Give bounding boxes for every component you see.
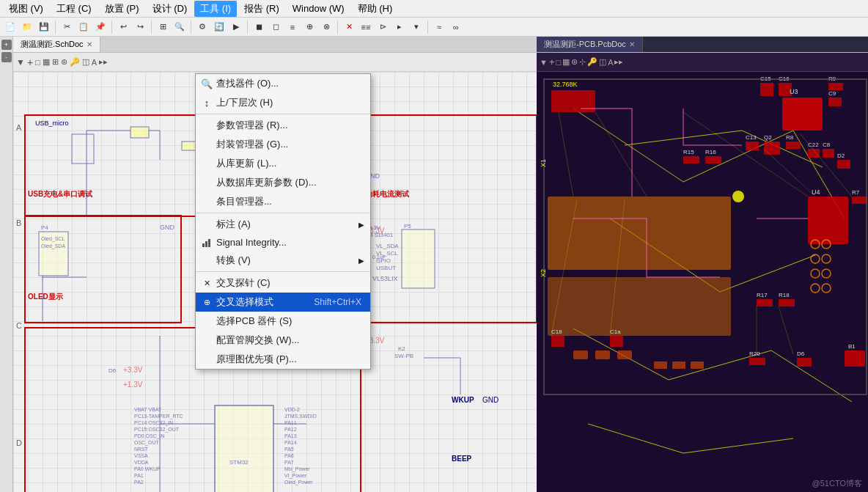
menu-item-project[interactable]: 工程 (C) <box>51 1 98 17</box>
schematic-container: 测温测距.SchDoc ✕ ▼ + □ ▦ ⊞ ⊛ 🔑 ◫ A ▸▸ A <box>13 37 537 492</box>
menu-configure-pins[interactable]: 配置管脚交换 (W)... <box>196 331 370 350</box>
tb-extra10[interactable]: ▾ <box>409 20 424 34</box>
tb-open[interactable]: 📁 <box>20 20 34 34</box>
menu-update-db[interactable]: 从数据库更新参数 (D)... <box>196 173 370 192</box>
pcb-drawing[interactable]: 32.768K C16 C15 U3 R9 <box>537 72 868 492</box>
tb-save[interactable]: 💾 <box>37 20 51 34</box>
tb-compile[interactable]: ⚙ <box>195 20 210 34</box>
menu-item-window[interactable]: Window (W) <box>287 1 350 15</box>
sch-text-btn[interactable]: A <box>92 58 97 67</box>
tb-undo[interactable]: ↩ <box>116 20 130 34</box>
menu-bar: 视图 (V) 工程 (C) 放置 (P) 设计 (D) 工具 (I) 报告 (R… <box>0 0 868 18</box>
pcb-filter-icon[interactable]: ▼ <box>540 58 548 67</box>
tb-release[interactable]: ▶ <box>229 20 243 34</box>
pcb-file-tabs: 测温测距-PCB.PcbDoc ✕ <box>537 37 868 53</box>
pcb-dim-btn[interactable]: ◫ <box>599 57 606 67</box>
menu-item-place[interactable]: 放置 (P) <box>99 1 145 17</box>
tb-extra8[interactable]: ⊳ <box>375 20 390 34</box>
tb-extra6[interactable]: ✕ <box>342 20 356 34</box>
menu-convert[interactable]: 转换 (V) <box>196 251 370 270</box>
sep1 <box>55 21 56 34</box>
pcb-key-btn[interactable]: 🔑 <box>587 57 597 67</box>
pcb-circuit-svg: 32.768K C16 C15 U3 R9 <box>537 72 868 492</box>
tb-extra2[interactable]: ◻ <box>268 20 283 34</box>
pcb-toolbar: ▼ + □ ▦ ⊛ ⊹ 🔑 ◫ A ▸▸ <box>537 53 868 72</box>
cross-select-label: 交叉选择模式 <box>216 295 273 309</box>
menu-item-tools[interactable]: 工具 (I) <box>194 1 237 17</box>
schematic-tab-close[interactable]: ✕ <box>87 40 92 48</box>
menu-package-manager[interactable]: 封装管理器 (G)... <box>196 135 370 154</box>
sch-key-btn[interactable]: 🔑 <box>70 57 80 67</box>
tb-redo[interactable]: ↪ <box>133 20 147 34</box>
tb-update[interactable]: 🔄 <box>212 20 227 34</box>
pcb-text-a-btn[interactable]: A <box>608 58 613 67</box>
pcb-zoom-btn2[interactable]: ▸▸ <box>614 57 623 67</box>
svg-rect-88 <box>828 83 843 90</box>
sch-zoom2-btn[interactable]: ▸▸ <box>99 57 108 67</box>
tb-extra4[interactable]: ⊕ <box>302 20 317 34</box>
menu-param-manager[interactable]: 参数管理器 (R)... <box>196 116 370 135</box>
menu-cross-probe[interactable]: ✕ 交叉探针 (C) <box>196 273 370 293</box>
sch-bar-btn[interactable]: ▦ <box>43 57 50 67</box>
tb-new[interactable]: 📄 <box>3 20 18 34</box>
svg-rect-120 <box>779 299 795 306</box>
pcb-tab[interactable]: 测温测距-PCB.PcbDoc ✕ <box>537 37 643 52</box>
menu-sch-prefs[interactable]: 原理图优先项 (P)... <box>196 350 370 369</box>
find-component-icon: 🔍 <box>200 77 213 90</box>
tb-paste[interactable]: 📌 <box>93 20 108 34</box>
tb-extra9[interactable]: ▸ <box>392 20 407 34</box>
tb-extra3[interactable]: ≡ <box>285 20 300 34</box>
sch-dim-btn[interactable]: ◫ <box>82 57 89 67</box>
sch-filter-icon[interactable]: ▼ <box>16 57 25 67</box>
sep-2 <box>196 213 370 213</box>
menu-up-down-layer[interactable]: ↕ 上/下层次 (H) <box>196 93 370 112</box>
pcb-tab-close[interactable]: ✕ <box>629 40 635 48</box>
svg-text:R7: R7 <box>852 189 860 196</box>
sch-add-btn[interactable]: + <box>27 56 33 68</box>
svg-rect-66 <box>208 239 210 247</box>
sep2 <box>111 21 112 34</box>
menu-cross-select[interactable]: ⊕ 交叉选择模式 Shift+Ctrl+X <box>196 293 370 312</box>
tb-cut[interactable]: ✂ <box>59 20 74 34</box>
pcb-add-btn[interactable]: + <box>549 56 555 67</box>
tb-extra11[interactable]: ≈ <box>432 20 446 34</box>
menu-annotate[interactable]: 标注 (A) <box>196 215 370 234</box>
pcb-rect-btn[interactable]: □ <box>556 58 561 67</box>
svg-rect-138 <box>595 350 610 359</box>
schematic-tab[interactable]: 测温测距.SchDoc ✕ <box>13 37 100 52</box>
sch-rect-btn[interactable]: □ <box>35 58 40 67</box>
pcb-tab-label: 测温测距-PCB.PcbDoc <box>544 39 626 50</box>
svg-text:B1: B1 <box>848 343 856 350</box>
svg-rect-140 <box>654 361 667 369</box>
svg-text:STM32: STM32 <box>229 459 249 466</box>
tb-extra7[interactable]: ≡≡ <box>358 20 373 34</box>
menu-item-design[interactable]: 设计 (D) <box>147 1 194 17</box>
menu-item-manager[interactable]: 条目管理器... <box>196 192 370 211</box>
menu-update-lib[interactable]: 从库更新 (L)... <box>196 154 370 173</box>
tb-extra5[interactable]: ⊗ <box>319 20 334 34</box>
convert-label: 转换 (V) <box>216 254 251 267</box>
select-pcb-label: 选择PCB 器件 (S) <box>216 315 292 328</box>
tb-zoom-fit[interactable]: ⊞ <box>155 20 170 34</box>
menu-find-component[interactable]: 🔍 查找器件 (O)... <box>196 74 370 93</box>
menu-item-help[interactable]: 帮助 (H) <box>352 1 399 17</box>
menu-item-view[interactable]: 视图 (V) <box>3 1 49 17</box>
update-lib-label: 从库更新 (L)... <box>216 157 276 170</box>
menu-item-reports[interactable]: 报告 (R) <box>238 1 285 17</box>
schematic-drawing[interactable]: A B C D USB充电&串口调试 OLED显示 低功耗电流测试 MCU WK… <box>13 72 537 492</box>
schematic-file-tabs: 测温测距.SchDoc ✕ <box>13 37 537 53</box>
tools-dropdown-menu: 🔍 查找器件 (O)... ↕ 上/下层次 (H) 参数管理器 (R)... 封… <box>195 73 371 370</box>
tb-extra1[interactable]: ◼ <box>251 20 266 34</box>
tb-extra12[interactable]: ∞ <box>449 20 463 34</box>
pcb-move-btn[interactable]: ⊛ <box>571 57 578 67</box>
sidebar-zoom-out[interactable]: - <box>1 52 12 62</box>
menu-select-pcb[interactable]: 选择PCB 器件 (S) <box>196 312 370 331</box>
menu-signal-integrity[interactable]: Signal Integrity... <box>196 234 370 251</box>
sch-move-btn[interactable]: ⊛ <box>61 57 67 67</box>
pcb-measure-btn[interactable]: ⊹ <box>579 57 586 67</box>
tb-copy[interactable]: 📋 <box>76 20 91 34</box>
pcb-bar-btn[interactable]: ▦ <box>562 57 570 67</box>
tb-zoom-in[interactable]: 🔍 <box>172 20 187 34</box>
sidebar-zoom-btn[interactable]: + <box>1 40 12 50</box>
sch-cross-btn[interactable]: ⊞ <box>52 57 59 67</box>
